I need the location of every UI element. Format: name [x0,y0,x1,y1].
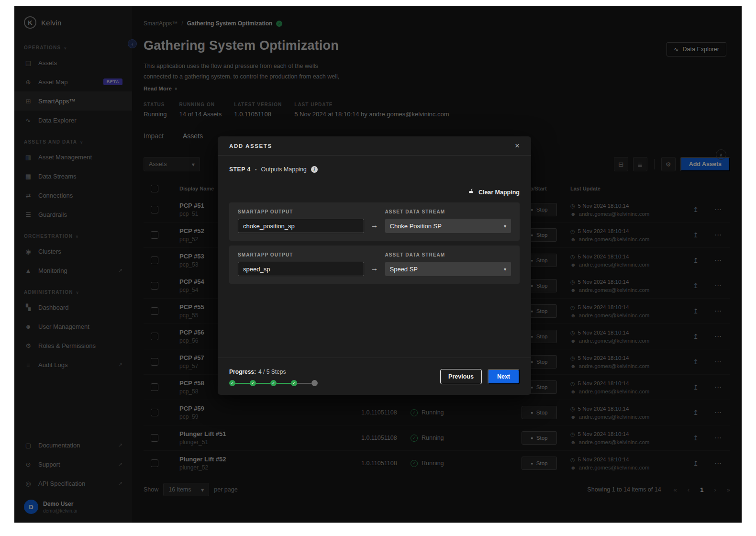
step-name: Outputs Mapping [261,166,307,173]
progress-stepper: ✓✓✓✓ [229,380,318,386]
step-connector [297,383,311,384]
step-complete-icon: ✓ [229,380,235,386]
asset-data-stream-label: ASSET DATA STREAM [385,252,511,257]
step-separator: • [255,167,257,172]
modal-title: ADD ASSETS [229,143,272,149]
asset-data-stream-label: ASSET DATA STREAM [385,209,511,214]
clear-mapping-button[interactable]: Clear Mapping [467,188,520,197]
smartapp-output-label: SMARTAPP OUTPUT [238,209,364,214]
step-connector [235,383,250,384]
caret-down-icon: ▾ [504,267,506,272]
step-connector [277,383,291,384]
smartapp-output-input[interactable] [238,262,364,276]
modal-footer: Progress:4 / 5 Steps ✓✓✓✓ Previous Next [218,357,531,395]
arrow-right-icon: → [364,264,385,276]
app-window: K Kelvin ‹ OPERATIONS∨ ▤ Assets ⊕ Asset … [14,6,742,523]
step-complete-icon: ✓ [291,380,297,386]
mapping-row: SMARTAPP OUTPUT → ASSET DATA STREAM Spee… [229,246,520,284]
progress-value: 4 / 5 Steps [258,368,286,375]
next-button[interactable]: Next [488,369,520,384]
caret-down-icon: ▾ [504,223,506,229]
clear-mapping-icon [467,188,475,197]
info-icon[interactable]: i [311,166,318,173]
asset-data-stream-select[interactable]: Speed SP ▾ [385,262,511,276]
smartapp-output-label: SMARTAPP OUTPUT [238,252,364,257]
modal-body: STEP 4 • Outputs Mapping i Clear Mapping… [218,156,531,357]
mapping-row: SMARTAPP OUTPUT → ASSET DATA STREAM Chok… [229,202,520,241]
previous-button[interactable]: Previous [440,369,482,384]
arrow-right-icon: → [364,221,385,233]
asset-data-stream-select[interactable]: Choke Position SP ▾ [385,219,511,233]
step-complete-icon: ✓ [270,380,277,386]
step-connector [256,383,270,384]
progress-label: Progress: [229,368,256,375]
step-indicator: STEP 4 • Outputs Mapping i [229,166,520,173]
modal-header: ADD ASSETS × [218,136,531,156]
smartapp-output-input[interactable] [238,219,364,233]
add-assets-modal: ADD ASSETS × STEP 4 • Outputs Mapping i … [218,136,531,395]
progress-block: Progress:4 / 5 Steps ✓✓✓✓ [229,367,318,386]
step-complete-icon: ✓ [250,380,256,386]
step-prefix: STEP 4 [229,166,251,173]
mapping-list: SMARTAPP OUTPUT → ASSET DATA STREAM Chok… [229,202,520,284]
step-pending-icon [311,380,318,386]
close-icon[interactable]: × [515,141,520,151]
